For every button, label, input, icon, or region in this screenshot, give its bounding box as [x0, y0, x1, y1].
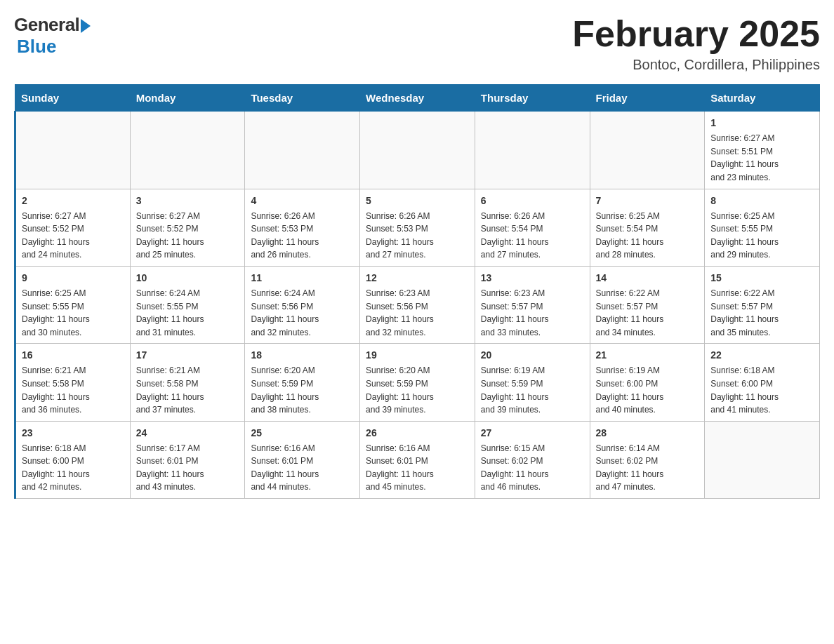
calendar-week-row: 23Sunrise: 6:18 AM Sunset: 6:00 PM Dayli…	[15, 421, 820, 498]
day-info: Sunrise: 6:27 AM Sunset: 5:51 PM Dayligh…	[710, 132, 814, 184]
day-number: 13	[481, 271, 584, 286]
day-number: 14	[596, 271, 699, 286]
calendar-day-cell: 23Sunrise: 6:18 AM Sunset: 6:00 PM Dayli…	[15, 421, 131, 498]
day-number: 20	[481, 348, 584, 363]
calendar-day-cell	[360, 112, 475, 189]
day-info: Sunrise: 6:25 AM Sunset: 5:55 PM Dayligh…	[710, 210, 814, 262]
calendar-day-cell	[590, 112, 705, 189]
day-info: Sunrise: 6:17 AM Sunset: 6:01 PM Dayligh…	[136, 442, 239, 494]
day-number: 7	[596, 194, 699, 208]
day-number: 1	[710, 116, 814, 130]
day-number: 23	[22, 426, 124, 441]
calendar-month-year: February 2025	[572, 14, 820, 54]
day-number: 12	[366, 271, 469, 286]
calendar-day-cell	[130, 112, 245, 189]
calendar-day-cell: 13Sunrise: 6:23 AM Sunset: 5:57 PM Dayli…	[475, 266, 590, 343]
day-info: Sunrise: 6:19 AM Sunset: 6:00 PM Dayligh…	[596, 364, 699, 416]
day-of-week-header: Wednesday	[360, 85, 475, 112]
calendar-day-cell: 7Sunrise: 6:25 AM Sunset: 5:54 PM Daylig…	[590, 189, 705, 266]
calendar-day-cell: 14Sunrise: 6:22 AM Sunset: 5:57 PM Dayli…	[590, 266, 705, 343]
logo-general-text: General	[14, 14, 79, 36]
calendar-day-cell: 16Sunrise: 6:21 AM Sunset: 5:58 PM Dayli…	[15, 344, 131, 421]
day-number: 21	[596, 348, 699, 363]
day-of-week-header: Saturday	[705, 85, 820, 112]
calendar-day-cell: 25Sunrise: 6:16 AM Sunset: 6:01 PM Dayli…	[245, 421, 360, 498]
calendar-week-row: 16Sunrise: 6:21 AM Sunset: 5:58 PM Dayli…	[15, 344, 820, 421]
logo: General Blue	[14, 14, 91, 58]
calendar-day-cell: 27Sunrise: 6:15 AM Sunset: 6:02 PM Dayli…	[475, 421, 590, 498]
calendar-day-cell: 24Sunrise: 6:17 AM Sunset: 6:01 PM Dayli…	[130, 421, 245, 498]
day-number: 4	[251, 194, 354, 208]
day-info: Sunrise: 6:26 AM Sunset: 5:54 PM Dayligh…	[481, 210, 584, 262]
calendar-day-cell: 5Sunrise: 6:26 AM Sunset: 5:53 PM Daylig…	[360, 189, 475, 266]
day-info: Sunrise: 6:20 AM Sunset: 5:59 PM Dayligh…	[366, 364, 469, 416]
calendar-day-cell: 22Sunrise: 6:18 AM Sunset: 6:00 PM Dayli…	[705, 344, 820, 421]
calendar-day-cell: 2Sunrise: 6:27 AM Sunset: 5:52 PM Daylig…	[15, 189, 131, 266]
day-info: Sunrise: 6:26 AM Sunset: 5:53 PM Dayligh…	[251, 210, 354, 262]
logo-blue-text: Blue	[17, 36, 56, 58]
day-of-week-header: Monday	[130, 85, 245, 112]
calendar-table: SundayMondayTuesdayWednesdayThursdayFrid…	[14, 84, 820, 499]
day-number: 17	[136, 348, 239, 363]
calendar-day-cell	[705, 421, 820, 498]
calendar-day-cell: 20Sunrise: 6:19 AM Sunset: 5:59 PM Dayli…	[475, 344, 590, 421]
day-info: Sunrise: 6:27 AM Sunset: 5:52 PM Dayligh…	[136, 210, 239, 262]
day-info: Sunrise: 6:22 AM Sunset: 5:57 PM Dayligh…	[710, 287, 814, 339]
day-number: 10	[136, 271, 239, 286]
day-of-week-header: Tuesday	[245, 85, 360, 112]
day-number: 27	[481, 426, 584, 441]
day-number: 19	[366, 348, 469, 363]
day-info: Sunrise: 6:24 AM Sunset: 5:56 PM Dayligh…	[251, 287, 354, 339]
logo-arrow-icon	[81, 19, 91, 33]
calendar-day-cell	[475, 112, 590, 189]
calendar-day-cell: 10Sunrise: 6:24 AM Sunset: 5:55 PM Dayli…	[130, 266, 245, 343]
day-info: Sunrise: 6:18 AM Sunset: 6:00 PM Dayligh…	[22, 442, 124, 494]
calendar-day-cell: 9Sunrise: 6:25 AM Sunset: 5:55 PM Daylig…	[15, 266, 131, 343]
day-number: 24	[136, 426, 239, 441]
page-header: General Blue February 2025 Bontoc, Cordi…	[14, 14, 820, 73]
day-number: 26	[366, 426, 469, 441]
day-number: 9	[22, 271, 124, 286]
calendar-day-cell: 21Sunrise: 6:19 AM Sunset: 6:00 PM Dayli…	[590, 344, 705, 421]
calendar-day-cell: 19Sunrise: 6:20 AM Sunset: 5:59 PM Dayli…	[360, 344, 475, 421]
calendar-day-cell: 12Sunrise: 6:23 AM Sunset: 5:56 PM Dayli…	[360, 266, 475, 343]
day-number: 5	[366, 194, 469, 208]
day-info: Sunrise: 6:20 AM Sunset: 5:59 PM Dayligh…	[251, 364, 354, 416]
calendar-day-cell: 28Sunrise: 6:14 AM Sunset: 6:02 PM Dayli…	[590, 421, 705, 498]
day-info: Sunrise: 6:16 AM Sunset: 6:01 PM Dayligh…	[251, 442, 354, 494]
calendar-header: SundayMondayTuesdayWednesdayThursdayFrid…	[15, 85, 820, 112]
day-info: Sunrise: 6:23 AM Sunset: 5:57 PM Dayligh…	[481, 287, 584, 339]
day-info: Sunrise: 6:26 AM Sunset: 5:53 PM Dayligh…	[366, 210, 469, 262]
day-of-week-header: Sunday	[15, 85, 131, 112]
day-info: Sunrise: 6:18 AM Sunset: 6:00 PM Dayligh…	[710, 364, 814, 416]
calendar-body: 1Sunrise: 6:27 AM Sunset: 5:51 PM Daylig…	[15, 112, 820, 499]
day-number: 16	[22, 348, 124, 363]
day-info: Sunrise: 6:25 AM Sunset: 5:54 PM Dayligh…	[596, 210, 699, 262]
day-number: 25	[251, 426, 354, 441]
day-of-week-header: Thursday	[475, 85, 590, 112]
calendar-week-row: 2Sunrise: 6:27 AM Sunset: 5:52 PM Daylig…	[15, 189, 820, 266]
day-number: 11	[251, 271, 354, 286]
calendar-week-row: 1Sunrise: 6:27 AM Sunset: 5:51 PM Daylig…	[15, 112, 820, 189]
calendar-day-cell: 8Sunrise: 6:25 AM Sunset: 5:55 PM Daylig…	[705, 189, 820, 266]
calendar-title-area: February 2025 Bontoc, Cordillera, Philip…	[572, 14, 820, 73]
day-info: Sunrise: 6:25 AM Sunset: 5:55 PM Dayligh…	[22, 287, 124, 339]
day-info: Sunrise: 6:24 AM Sunset: 5:55 PM Dayligh…	[136, 287, 239, 339]
day-info: Sunrise: 6:21 AM Sunset: 5:58 PM Dayligh…	[136, 364, 239, 416]
day-info: Sunrise: 6:15 AM Sunset: 6:02 PM Dayligh…	[481, 442, 584, 494]
header-row: SundayMondayTuesdayWednesdayThursdayFrid…	[15, 85, 820, 112]
calendar-day-cell: 18Sunrise: 6:20 AM Sunset: 5:59 PM Dayli…	[245, 344, 360, 421]
calendar-day-cell: 15Sunrise: 6:22 AM Sunset: 5:57 PM Dayli…	[705, 266, 820, 343]
day-number: 18	[251, 348, 354, 363]
calendar-day-cell: 1Sunrise: 6:27 AM Sunset: 5:51 PM Daylig…	[705, 112, 820, 189]
calendar-location: Bontoc, Cordillera, Philippines	[572, 57, 820, 73]
day-number: 15	[710, 271, 814, 286]
calendar-day-cell: 11Sunrise: 6:24 AM Sunset: 5:56 PM Dayli…	[245, 266, 360, 343]
day-info: Sunrise: 6:23 AM Sunset: 5:56 PM Dayligh…	[366, 287, 469, 339]
day-info: Sunrise: 6:16 AM Sunset: 6:01 PM Dayligh…	[366, 442, 469, 494]
day-info: Sunrise: 6:21 AM Sunset: 5:58 PM Dayligh…	[22, 364, 124, 416]
calendar-day-cell	[15, 112, 131, 189]
day-info: Sunrise: 6:27 AM Sunset: 5:52 PM Dayligh…	[22, 210, 124, 262]
calendar-day-cell: 4Sunrise: 6:26 AM Sunset: 5:53 PM Daylig…	[245, 189, 360, 266]
day-number: 28	[596, 426, 699, 441]
